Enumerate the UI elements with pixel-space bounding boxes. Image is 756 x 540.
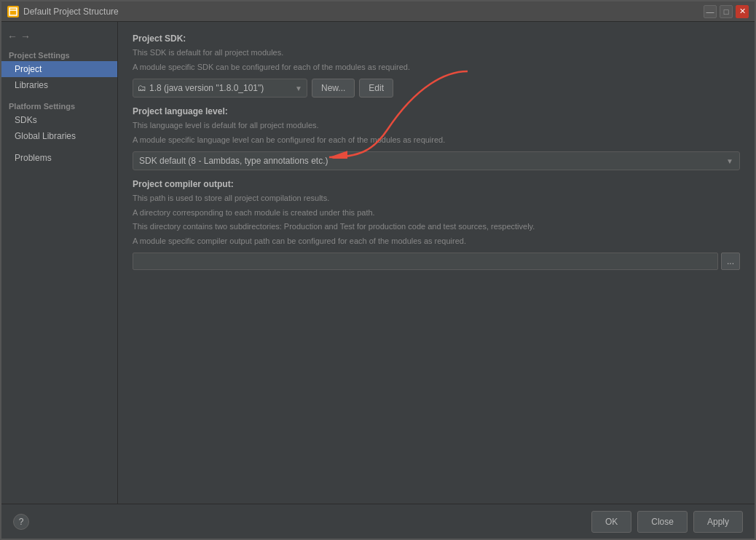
- nav-forward-icon[interactable]: →: [20, 31, 31, 42]
- bottom-bar: ? OK Close Apply: [1, 504, 755, 539]
- project-language-section: Project language level: This language le…: [133, 106, 740, 170]
- project-settings-label: Project Settings: [1, 48, 117, 61]
- project-language-title: Project language level:: [133, 106, 740, 116]
- apply-button[interactable]: Apply: [693, 511, 743, 533]
- language-dropdown-arrow-icon: ▼: [726, 157, 733, 165]
- sdks-item-label: SDKs: [15, 115, 37, 125]
- sdk-row: 🗂 1.8 (java version "1.8.0_101") ▼ New..…: [133, 79, 740, 98]
- language-row: SDK default (8 - Lambdas, type annotatio…: [133, 151, 740, 170]
- edit-sdk-button[interactable]: Edit: [359, 79, 393, 98]
- language-dropdown[interactable]: SDK default (8 - Lambdas, type annotatio…: [133, 151, 740, 170]
- compiler-output-input[interactable]: [133, 253, 718, 270]
- sidebar-item-sdks[interactable]: SDKs: [1, 112, 117, 128]
- language-dropdown-value: SDK default (8 - Lambdas, type annotatio…: [139, 156, 723, 166]
- compiler-output-row: ...: [133, 253, 740, 270]
- project-compiler-desc1: This path is used to store all project c…: [133, 192, 740, 205]
- project-compiler-section: Project compiler output: This path is us…: [133, 179, 740, 270]
- sidebar-item-problems[interactable]: Problems: [1, 150, 117, 166]
- main-content: ← → Project Settings Project Libraries P…: [1, 22, 755, 504]
- sidebar-item-project[interactable]: Project: [1, 61, 117, 77]
- minimize-button[interactable]: —: [704, 5, 717, 18]
- libraries-item-label: Libraries: [15, 80, 48, 90]
- title-bar-controls: — □ ✕: [704, 5, 749, 18]
- new-sdk-button[interactable]: New...: [312, 79, 355, 98]
- platform-settings-label: Platform Settings: [1, 99, 117, 112]
- project-compiler-desc4: A module specific compiler output path c…: [133, 235, 740, 247]
- ok-button[interactable]: OK: [591, 511, 631, 533]
- nav-back-icon[interactable]: ←: [7, 31, 17, 42]
- cancel-button[interactable]: Close: [637, 511, 688, 533]
- sidebar-item-libraries[interactable]: Libraries: [1, 77, 117, 93]
- sdk-dropdown-value: 1.8 (java version "1.8.0_101"): [149, 83, 292, 93]
- global-libraries-item-label: Global Libraries: [15, 131, 76, 141]
- close-window-button[interactable]: ✕: [736, 5, 749, 18]
- title-bar: Default Project Structure — □ ✕: [1, 1, 755, 22]
- help-button[interactable]: ?: [13, 514, 29, 530]
- project-compiler-desc2: A directory corresponding to each module…: [133, 207, 740, 219]
- sidebar-divider-2: [1, 144, 117, 150]
- bottom-left: ?: [13, 514, 591, 530]
- bottom-buttons: OK Close Apply: [591, 511, 743, 533]
- sidebar-divider-1: [1, 93, 117, 99]
- sidebar: ← → Project Settings Project Libraries P…: [1, 22, 118, 504]
- project-sdk-section: Project SDK: This SDK is default for all…: [133, 33, 740, 98]
- sdk-dropdown[interactable]: 🗂 1.8 (java version "1.8.0_101") ▼: [133, 79, 307, 98]
- sdk-folder-icon: 🗂: [138, 83, 146, 93]
- browse-button[interactable]: ...: [721, 253, 740, 270]
- project-language-desc1: This language level is default for all p…: [133, 119, 740, 132]
- svg-rect-0: [9, 8, 17, 15]
- maximize-button[interactable]: □: [720, 5, 733, 18]
- sidebar-item-global-libraries[interactable]: Global Libraries: [1, 128, 117, 144]
- window-title: Default Project Structure: [23, 7, 704, 17]
- project-sdk-desc2: A module specific SDK can be configured …: [133, 61, 740, 74]
- window-icon: [7, 6, 19, 17]
- project-compiler-title: Project compiler output:: [133, 179, 740, 189]
- project-sdk-title: Project SDK:: [133, 33, 740, 44]
- problems-item-label: Problems: [15, 153, 52, 163]
- window: Default Project Structure — □ ✕ ← → Proj…: [0, 0, 756, 540]
- sidebar-nav: ← →: [1, 28, 117, 45]
- project-sdk-desc1: This SDK is default for all project modu…: [133, 47, 740, 59]
- content-area: Project SDK: This SDK is default for all…: [118, 22, 755, 504]
- project-compiler-desc3: This directory contains two subdirectori…: [133, 221, 740, 233]
- sdk-dropdown-arrow-icon: ▼: [295, 84, 302, 92]
- project-item-label: Project: [15, 64, 42, 74]
- project-language-desc2: A module specific language level can be …: [133, 134, 740, 146]
